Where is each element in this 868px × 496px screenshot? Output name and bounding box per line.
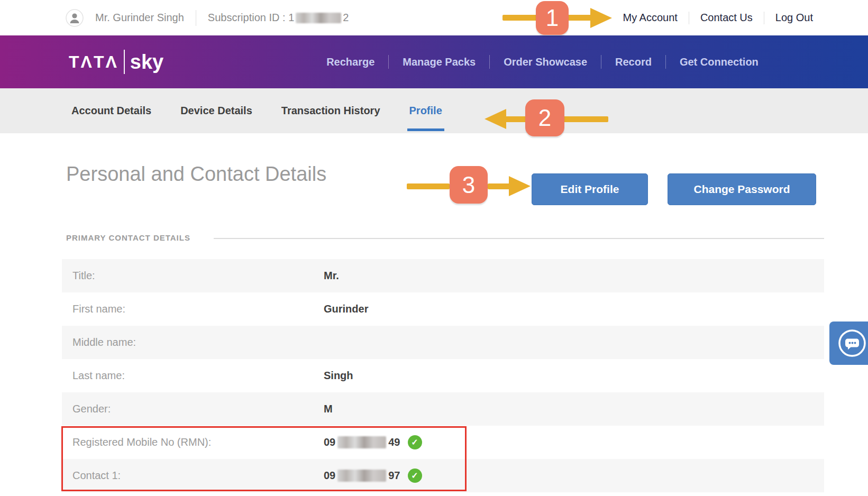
table-row-gender: Gender: M xyxy=(62,392,824,426)
divider xyxy=(196,10,196,26)
annotation-arrow-2-head xyxy=(485,109,506,129)
divider xyxy=(764,12,764,24)
field-value: 0949✓ xyxy=(324,435,422,449)
account-tab-bar: Account DetailsDevice DetailsTransaction… xyxy=(0,88,868,133)
field-value: M xyxy=(324,403,333,415)
field-label: Gender: xyxy=(62,403,324,415)
table-row-middle-name: Middle name: xyxy=(62,326,824,359)
field-label: First name: xyxy=(62,303,324,315)
tata-sky-logo[interactable]: TΛTΛ sky xyxy=(69,35,163,88)
divider xyxy=(689,12,689,24)
change-password-button[interactable]: Change Password xyxy=(668,173,816,205)
masked-digits xyxy=(337,436,386,448)
field-label: Last name: xyxy=(62,370,324,382)
nav-item-manage-packs[interactable]: Manage Packs xyxy=(389,56,489,68)
masked-subscription-digits xyxy=(296,13,341,23)
subscription-id: Subscription ID : 1 2 xyxy=(208,12,349,24)
nav-item-record[interactable]: Record xyxy=(601,56,665,68)
tab-profile[interactable]: Profile xyxy=(409,88,442,133)
tab-transaction-history[interactable]: Transaction History xyxy=(281,88,380,133)
chat-bubble-icon xyxy=(838,329,866,357)
field-value: Gurinder xyxy=(324,303,368,315)
masked-digits xyxy=(337,470,386,482)
field-label: Registered Mobile No (RMN): xyxy=(62,436,324,448)
annotation-arrow-1-head xyxy=(590,8,612,28)
topbar-link-log-out[interactable]: Log Out xyxy=(775,12,813,24)
nav-item-order-showcase[interactable]: Order Showcase xyxy=(490,56,601,68)
value-visible-prefix: 09 xyxy=(324,436,335,448)
table-row-contact-1: Contact 1: 0997✓ xyxy=(62,459,824,492)
nav-item-get-connection[interactable]: Get Connection xyxy=(666,56,772,68)
topbar-link-contact-us[interactable]: Contact Us xyxy=(700,12,753,24)
user-name: Mr. Gurinder Singh xyxy=(95,12,184,24)
field-value: Singh xyxy=(324,370,353,382)
field-label: Title: xyxy=(62,270,324,282)
table-row-last-name: Last name: Singh xyxy=(62,359,824,392)
check-circle-icon: ✓ xyxy=(408,469,422,483)
top-bar-user-area: Mr. Gurinder Singh Subscription ID : 1 2 xyxy=(66,0,349,35)
tab-bar-tabs: Account DetailsDevice DetailsTransaction… xyxy=(71,88,442,133)
logo-sky-text: sky xyxy=(130,51,163,74)
value-visible-suffix: 97 xyxy=(388,470,400,482)
user-icon xyxy=(66,9,84,27)
tab-device-details[interactable]: Device Details xyxy=(180,88,252,133)
details-table: Title: Mr. First name: Gurinder Middle n… xyxy=(62,259,824,492)
chat-widget-button[interactable] xyxy=(829,322,868,365)
annotation-arrow-3-head xyxy=(509,176,531,196)
topbar-link-my-account[interactable]: My Account xyxy=(623,12,678,24)
page-title: Personal and Contact Details xyxy=(66,163,326,186)
annotation-arrow-3-tail xyxy=(407,183,450,189)
edit-profile-button[interactable]: Edit Profile xyxy=(532,173,648,205)
annotation-badge-3: 3 xyxy=(450,166,488,204)
navbar-menu: RechargeManage PacksOrder ShowcaseRecord… xyxy=(296,35,789,88)
field-label: Contact 1: xyxy=(62,470,324,482)
value-visible-suffix: 49 xyxy=(388,436,400,448)
check-circle-icon: ✓ xyxy=(408,435,422,449)
table-row-title: Title: Mr. xyxy=(62,259,824,292)
annotation-badge-2: 2 xyxy=(525,99,564,136)
main-navbar: TΛTΛ sky RechargeManage PacksOrder Showc… xyxy=(0,35,868,88)
tab-account-details[interactable]: Account Details xyxy=(71,88,151,133)
field-label: Middle name: xyxy=(62,336,324,348)
annotation-arrow-3-line xyxy=(488,183,510,189)
topbar-links: My AccountContact UsLog Out xyxy=(623,0,814,35)
nav-item-recharge[interactable]: Recharge xyxy=(313,56,388,68)
value-visible-prefix: 09 xyxy=(324,470,335,482)
field-value: 0997✓ xyxy=(324,469,422,483)
section-title: PRIMARY CONTACT DETAILS xyxy=(66,233,190,242)
field-value: Mr. xyxy=(324,270,339,282)
annotation-badge-1: 1 xyxy=(536,1,569,35)
page: Mr. Gurinder Singh Subscription ID : 1 2… xyxy=(0,0,868,496)
logo-tata-text: TΛTΛ xyxy=(69,52,118,72)
section-divider-line xyxy=(214,238,824,239)
table-row-registered-mobile-no-rmn: Registered Mobile No (RMN): 0949✓ xyxy=(62,426,824,459)
logo-divider xyxy=(124,50,125,74)
subscription-id-prefix: Subscription ID : 1 xyxy=(208,12,294,24)
subscription-id-suffix: 2 xyxy=(343,12,349,24)
top-bar: Mr. Gurinder Singh Subscription ID : 1 2… xyxy=(0,0,868,35)
table-row-first-name: First name: Gurinder xyxy=(62,292,824,326)
